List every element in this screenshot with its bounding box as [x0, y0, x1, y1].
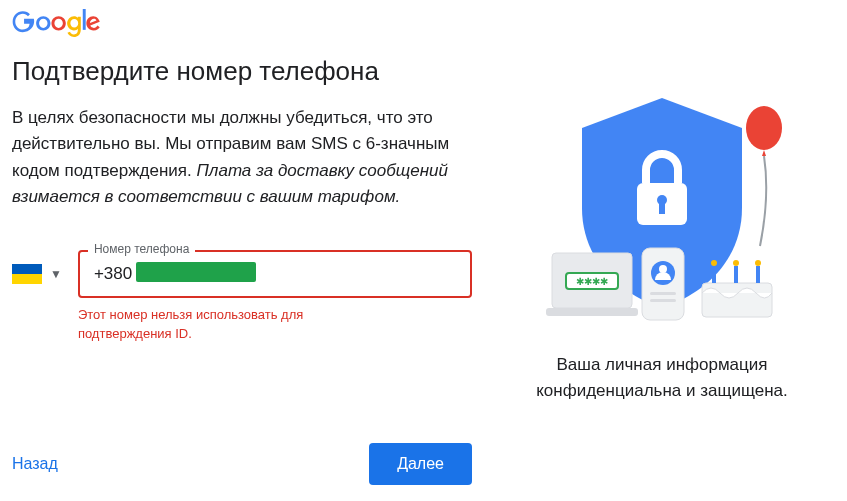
svg-rect-11 [650, 292, 676, 295]
svg-point-17 [711, 260, 717, 266]
svg-text:✱✱✱✱: ✱✱✱✱ [576, 276, 608, 287]
privacy-caption: Ваша личная информация конфиденциальна и… [536, 352, 788, 403]
svg-point-10 [659, 265, 667, 273]
description: В целях безопасности мы должны убедиться… [12, 105, 462, 210]
privacy-line-1: Ваша личная информация [556, 355, 767, 374]
svg-point-18 [733, 260, 739, 266]
svg-rect-2 [659, 202, 665, 214]
flag-ukraine-icon [12, 264, 42, 284]
svg-rect-7 [546, 308, 638, 316]
svg-point-3 [746, 106, 782, 150]
privacy-line-2: конфиденциальна и защищена. [536, 381, 788, 400]
svg-rect-15 [734, 266, 738, 283]
svg-point-19 [755, 260, 761, 266]
next-button[interactable]: Далее [369, 443, 472, 485]
back-button[interactable]: Назад [12, 455, 58, 473]
phone-field-label: Номер телефона [88, 242, 195, 256]
svg-rect-16 [756, 266, 760, 283]
svg-rect-14 [712, 266, 716, 283]
svg-rect-12 [650, 299, 676, 302]
redaction-overlay [136, 262, 256, 282]
country-code-selector[interactable]: ▼ [12, 250, 62, 284]
google-logo [12, 8, 472, 38]
phone-error-message: Этот номер нельзя использовать для подтв… [78, 306, 398, 342]
privacy-illustration: ✱✱✱✱ [512, 88, 812, 328]
chevron-down-icon: ▼ [50, 267, 62, 281]
page-title: Подтвердите номер телефона [12, 56, 472, 87]
